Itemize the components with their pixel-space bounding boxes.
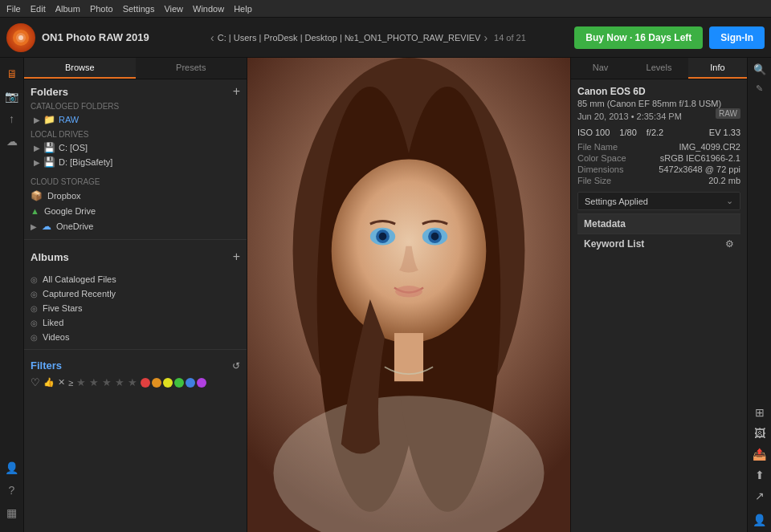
edit-icon[interactable]: ✎	[753, 81, 765, 96]
share-icon[interactable]: ↑	[6, 109, 18, 128]
drive-c-label: C: [OS]	[59, 143, 88, 152]
captured-icon: ◎	[31, 290, 38, 298]
shutter-value: 1/80	[619, 128, 636, 137]
svg-point-2	[18, 35, 23, 40]
svg-point-14	[395, 286, 422, 297]
menu-help[interactable]: Help	[234, 4, 252, 14]
tab-nav[interactable]: Nav	[571, 58, 630, 79]
file-counter: 14 of 21	[494, 33, 526, 43]
browse-presets-tabs: Browse Presets	[24, 58, 247, 79]
menu-settings[interactable]: Settings	[123, 4, 155, 14]
file-size-row: File Size 20.2 mb	[577, 176, 740, 185]
menu-photo[interactable]: Photo	[90, 4, 113, 14]
star2[interactable]: ★	[89, 376, 99, 388]
flag-filter-icon[interactable]: ≥	[68, 378, 73, 388]
user-icon[interactable]: 👤	[2, 458, 22, 477]
menu-window[interactable]: Window	[193, 4, 224, 14]
dropbox-item[interactable]: 📦 Dropbox	[24, 188, 247, 204]
heart-filter-icon[interactable]: ♡	[31, 376, 40, 388]
svg-point-13	[431, 233, 439, 241]
color-space-label: Color Space	[577, 153, 626, 163]
gdrive-label: Google Drive	[44, 206, 96, 216]
videos-icon: ◎	[31, 333, 38, 342]
cloud-icon[interactable]: ☁	[3, 132, 21, 151]
layers-icon[interactable]: ⊞	[753, 404, 767, 421]
albums-add-btn[interactable]: +	[233, 250, 240, 264]
panel-divider-2	[24, 349, 247, 350]
ev-value: EV 1.33	[709, 128, 740, 137]
menu-edit[interactable]: Edit	[31, 4, 46, 14]
browse-icon[interactable]: 🔍	[751, 61, 769, 78]
star1[interactable]: ★	[76, 376, 86, 388]
drive-d-item[interactable]: ▶ 💾 D: [BigSafety]	[31, 155, 240, 169]
share2-icon[interactable]: ↗	[753, 487, 767, 505]
settings-label: Settings Applied	[585, 197, 648, 206]
onedrive-item[interactable]: ▶ ☁ OneDrive	[24, 218, 247, 234]
app-logo	[6, 23, 35, 52]
menu-view[interactable]: View	[164, 4, 183, 14]
red-dot[interactable]	[141, 378, 150, 388]
left-panel: Browse Presets Folders + Cataloged Folde…	[24, 58, 247, 532]
star5[interactable]: ★	[128, 376, 137, 388]
filters-reset-btn[interactable]: ↺	[232, 360, 240, 372]
drive-d-label: D: [BigSafety]	[59, 157, 112, 167]
main-image-area	[247, 58, 570, 532]
breadcrumb: ‹ C: | Users | ProDesk | Desktop | №1_ON…	[162, 31, 575, 44]
nav-next-btn[interactable]: ›	[483, 31, 487, 44]
gdrive-item[interactable]: ▲ Google Drive	[24, 204, 247, 218]
folder-arrow: ▶	[34, 116, 40, 124]
tab-levels[interactable]: Levels	[630, 58, 688, 79]
portrait-icon[interactable]: 👤	[750, 511, 769, 529]
app-title: ON1 Photo RAW 2019	[42, 31, 149, 43]
orange-dot[interactable]	[152, 378, 161, 388]
star4[interactable]: ★	[115, 376, 124, 388]
iso-value: ISO 100	[577, 128, 610, 137]
settings-applied-row[interactable]: Settings Applied ⌄	[577, 192, 740, 210]
green-dot[interactable]	[174, 378, 184, 388]
raw-folder-item[interactable]: ▶ 📁 RAW	[31, 112, 240, 127]
menu-album[interactable]: Album	[55, 4, 80, 14]
onedrive-icon: ☁	[42, 221, 51, 232]
like-filter-icon[interactable]: 👍	[43, 377, 55, 388]
x-filter-icon[interactable]: ✕	[58, 377, 65, 388]
tab-info[interactable]: Info	[688, 58, 747, 79]
settings-arrow: ⌄	[726, 196, 733, 206]
upload-icon[interactable]: ⬆	[753, 466, 767, 484]
signin-button[interactable]: Sign-In	[709, 26, 765, 49]
folders-add-btn[interactable]: +	[233, 84, 240, 99]
metadata-row[interactable]: Metadata	[577, 213, 740, 234]
export-icon[interactable]: 📤	[750, 445, 769, 463]
yellow-dot[interactable]	[163, 378, 173, 388]
all-cataloged-label: All Cataloged Files	[43, 274, 116, 284]
file-size-label: File Size	[577, 176, 611, 185]
keyword-gear-icon[interactable]: ⚙	[725, 238, 734, 250]
aperture-value: f/2.2	[647, 128, 663, 137]
cataloged-label: Cataloged Folders	[31, 102, 240, 111]
camera-icon[interactable]: 📷	[2, 87, 22, 106]
monitor-icon[interactable]: 🖥	[3, 64, 21, 83]
cloud-storage-label: Cloud Storage	[24, 177, 247, 186]
photo-icon[interactable]: 🖼	[752, 424, 768, 442]
buy-now-button[interactable]: Buy Now · 16 Days Left	[574, 26, 703, 49]
file-name-label: File Name	[577, 142, 618, 152]
videos-item[interactable]: ◎ Videos	[24, 330, 247, 344]
gdrive-icon: ▲	[31, 206, 39, 216]
purple-dot[interactable]	[197, 378, 206, 388]
tab-browse[interactable]: Browse	[24, 58, 136, 79]
liked-item[interactable]: ◎ Liked	[24, 315, 247, 330]
info-content: Canon EOS 6D 85 mm (Canon EF 85mm f/1.8 …	[571, 79, 747, 532]
tab-presets[interactable]: Presets	[136, 58, 247, 79]
view-toggle-icon[interactable]: ▦	[3, 503, 20, 522]
albums-title: Albums	[31, 251, 69, 263]
menu-file[interactable]: File	[6, 4, 21, 14]
folders-section: Folders + Cataloged Folders ▶ 📁 RAW Loca…	[24, 79, 247, 174]
captured-recently-item[interactable]: ◎ Captured Recently	[24, 286, 247, 301]
star3[interactable]: ★	[102, 376, 112, 388]
five-stars-item[interactable]: ◎ Five Stars	[24, 301, 247, 315]
all-cataloged-item[interactable]: ◎ All Cataloged Files	[24, 272, 247, 286]
drive-c-item[interactable]: ▶ 💾 C: [OS]	[31, 140, 240, 155]
blue-dot[interactable]	[186, 378, 195, 388]
nav-prev-btn[interactable]: ‹	[210, 31, 214, 44]
help-icon[interactable]: ?	[6, 481, 18, 500]
color-filter-dots	[141, 378, 206, 388]
